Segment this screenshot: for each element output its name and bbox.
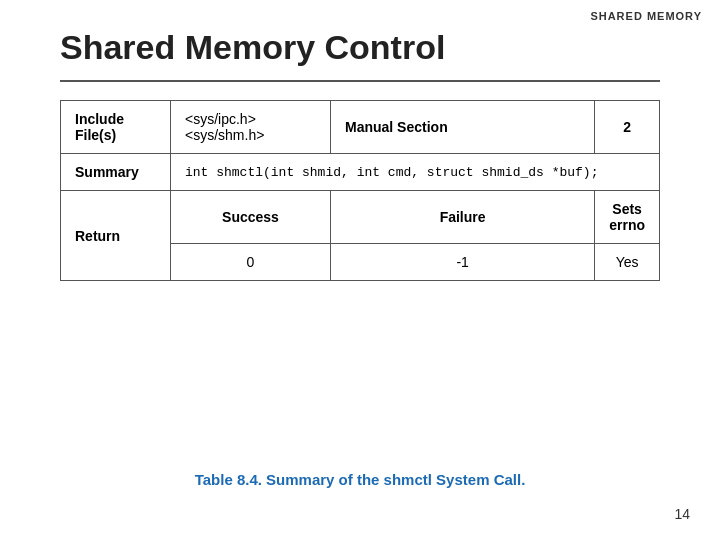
- return-failure-value: -1: [331, 244, 595, 281]
- summary-label: Summary: [61, 154, 171, 191]
- include-files: <sys/ipc.h><sys/shm.h>: [171, 101, 331, 154]
- table-row-summary: Summary int shmctl(int shmid, int cmd, s…: [61, 154, 660, 191]
- manual-section-value: 2: [595, 101, 660, 154]
- return-label: Return: [61, 191, 171, 281]
- title-divider: [60, 80, 660, 82]
- include-label: Include File(s): [61, 101, 171, 154]
- table-row-return-headers: Return Success Failure Sets errno: [61, 191, 660, 244]
- page-title: Shared Memory Control: [60, 28, 445, 67]
- summary-value: int shmctl(int shmid, int cmd, struct sh…: [171, 154, 660, 191]
- summary-table-container: Include File(s) <sys/ipc.h><sys/shm.h> M…: [60, 100, 660, 281]
- return-success-value: 0: [171, 244, 331, 281]
- page-number: 14: [674, 506, 690, 522]
- return-errno-value: Yes: [595, 244, 660, 281]
- manual-section-header: Manual Section: [331, 101, 595, 154]
- table-caption: Table 8.4. Summary of the shmctl System …: [0, 471, 720, 488]
- badge-label: SHARED MEMORY: [590, 10, 702, 22]
- return-success-header: Success: [171, 191, 331, 244]
- shmctl-table: Include File(s) <sys/ipc.h><sys/shm.h> M…: [60, 100, 660, 281]
- return-errno-header: Sets errno: [595, 191, 660, 244]
- table-row-include: Include File(s) <sys/ipc.h><sys/shm.h> M…: [61, 101, 660, 154]
- return-failure-header: Failure: [331, 191, 595, 244]
